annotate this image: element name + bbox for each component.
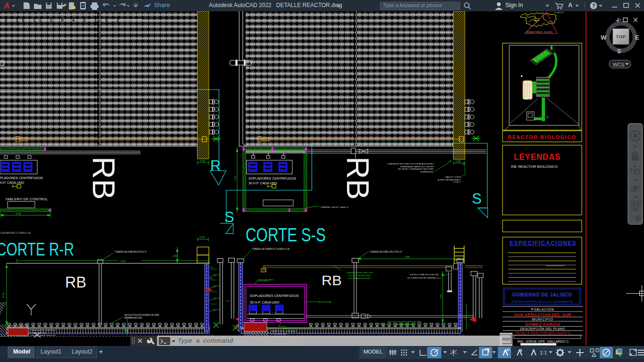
svg-text:LODOS 6" ACERO A-36: LODOS 6" ACERO A-36 (348, 274, 371, 277)
svg-text:PLADORES CENTRIFUGOS: PLADORES CENTRIFUGOS (0, 176, 43, 180)
svg-text:0.35: 0.35 (455, 160, 461, 163)
svg-text:4.40: 4.40 (16, 212, 21, 215)
svg-text:RB: RB (86, 156, 121, 200)
svg-text:0.05: 0.05 (200, 159, 205, 162)
svg-text:TABLERO DE CONTROL: TABLERO DE CONTROL (5, 197, 48, 201)
svg-text:DETALLE REACTOR BIOLOGICO 2: DETALLE REACTOR BIOLOGICO 2 (515, 331, 570, 335)
svg-text:LOSA BRONZO 1T NERO A-36: LOSA BRONZO 1T NERO A-36 (0, 232, 31, 234)
svg-text:A: A (3, 1, 9, 10)
svg-text:RB: RB (322, 273, 342, 288)
svg-text:JUNTA CONSTR. PROP. B/T: JUNTA CONSTR. PROP. B/T (30, 334, 56, 337)
svg-text:V@0.20: V@0.20 (213, 297, 220, 299)
svg-text:MEMBRANA FINA: MEMBRANA FINA (124, 317, 142, 319)
svg-text:VENTILADORES: VENTILADORES (257, 279, 273, 281)
svg-text:PLANTILLA DE CONCRETO: PLANTILLA DE CONCRETO (30, 329, 56, 331)
svg-text:0.25: 0.25 (199, 236, 205, 239)
svg-text:4.40: 4.40 (2, 293, 5, 298)
svg-text:MUNICIPIO: MUNICIPIO (532, 318, 553, 321)
svg-text:ING. JORGE GPE. GALLARDO C.: ING. JORGE GPE. GALLARDO C. (517, 339, 570, 344)
svg-text:E@0.15: E@0.15 (213, 285, 220, 287)
svg-text:TOP: TOP (616, 34, 626, 39)
svg-text:1.00: 1.00 (464, 315, 466, 320)
svg-text:RB: RB (340, 156, 375, 200)
svg-text:SUMERGIBLE: SUMERGIBLE (420, 171, 434, 173)
svg-text:0.80: 0.80 (209, 278, 213, 280)
svg-text:1.65: 1.65 (173, 255, 177, 257)
svg-text:TUBERIA CONDUIT CAJA 1.5": TUBERIA CONDUIT CAJA 1.5" (320, 206, 349, 208)
svg-text:LEYENDAS: LEYENDAS (514, 152, 561, 162)
svg-text:CORTE S-S: CORTE S-S (246, 224, 326, 245)
svg-text:EL GRULLO: EL GRULLO (554, 12, 564, 14)
svg-text:SAN SEBASTIAN DEL SUR: SAN SEBASTIAN DEL SUR (514, 313, 571, 317)
svg-text:F'C=100 KG/CM2: F'C=100 KG/CM2 (271, 333, 287, 335)
svg-text:5 10 11 2 0 4 0 1 0 2: 5 10 11 2 0 4 0 1 0 2 (5, 18, 123, 23)
svg-text:CIMENTACION: CIMENTACION (281, 327, 295, 329)
svg-text:TUBERIA DE HIERRO 6" ACERO A-3: TUBERIA DE HIERRO 6" ACERO A-36 (252, 248, 289, 250)
svg-text:TUBERIA DE AIRE BAJA-PVC 6": TUBERIA DE AIRE BAJA-PVC 6" (115, 251, 147, 253)
svg-text:MAPA: MAPA (535, 20, 539, 22)
svg-text:E@0.15: E@0.15 (213, 308, 220, 311)
svg-text:POBLACIÓN: POBLACIÓN (531, 307, 554, 311)
svg-text:1.20: 1.20 (209, 289, 213, 291)
svg-text:WCS: WCS (613, 62, 625, 67)
svg-text:REACTOR BIOLOGICO: REACTOR BIOLOGICO (508, 134, 576, 140)
svg-text:S: S (472, 190, 482, 207)
svg-text:EM DUCTOS DIFUSORES DE AIRE: EM DUCTOS DIFUSORES DE AIRE (124, 314, 159, 316)
svg-text:TUBERIA DE AIRE CRUY-PVC 6": TUBERIA DE AIRE CRUY-PVC 6" (370, 251, 403, 253)
svg-text:DESCRIPCIÓN DEL PLANO: DESCRIPCIÓN DEL PLANO (520, 327, 565, 330)
svg-text:S: S (617, 48, 621, 55)
svg-text:1.20: 1.20 (209, 267, 213, 269)
svg-text:E: E (635, 34, 639, 41)
svg-text:4.40: 4.40 (234, 176, 237, 181)
svg-text:7.00: 7.00 (120, 260, 125, 263)
svg-text:0.60: 0.60 (226, 300, 229, 302)
svg-text:RB: RB (65, 273, 86, 291)
svg-text:PLANTILLA DE CONCRETO: PLANTILLA DE CONCRETO (271, 330, 297, 332)
svg-text:SOPORTADA EN MURO: SOPORTADA EN MURO (348, 277, 371, 280)
svg-text:Y PTR 2": Y PTR 2" (453, 181, 462, 183)
svg-text:CORTE R-R: CORTE R-R (0, 239, 74, 259)
svg-text:GOBIERNO DE JALISCO: GOBIERNO DE JALISCO (512, 292, 572, 297)
svg-text:TUBERIA DE RETORNO SOPORTADA E: TUBERIA DE RETORNO SOPORTADA EN MURO (387, 163, 434, 165)
svg-text:30 H.P. CADA UNO: 30 H.P. CADA UNO (248, 181, 278, 185)
svg-text:H.P. CADA UNO: H.P. CADA UNO (0, 181, 25, 184)
svg-text:GOMEZ FARIAS, JALISCO: GOMEZ FARIAS, JALISCO (526, 31, 553, 33)
svg-text:TUBERIA DE RETORNO DE: TUBERIA DE RETORNO DE (346, 272, 373, 274)
svg-text:SOPLADORES CENTRIFUGOS: SOPLADORES CENTRIFUGOS (250, 294, 299, 298)
svg-text:(COMISION ESTATAL DE AGUA Y SA: (COMISION ESTATAL DE AGUA Y SANEAMIENTO) (512, 300, 573, 303)
svg-text:GOMEZ FARIAS: GOMEZ FARIAS (525, 322, 561, 327)
svg-text:F'C=100 KG/CM2: F'C=100 KG/CM2 (30, 332, 46, 334)
svg-text:W: W (601, 34, 607, 41)
svg-text:1:1: 1:1 (540, 350, 547, 355)
svg-text:?: ? (592, 3, 595, 8)
svg-text:DEBERA ANCLARSE DE 4" A EJES: DEBERA ANCLARSE DE 4" A EJES (400, 165, 434, 168)
svg-text:R: R (210, 157, 221, 174)
svg-text:MACIZO TOPES: MACIZO TOPES (446, 176, 461, 178)
svg-text:ACERO RESPALDEADO: ACERO RESPALDEADO (438, 179, 462, 181)
svg-text:ESPECIFICACIONES: ESPECIFICACIONES (510, 240, 577, 247)
svg-text:SIN DUCTOS DIFUSORES DE AIRE: SIN DUCTOS DIFUSORES DE AIRE (388, 321, 421, 323)
svg-text:SOPLADORES CENTRIFUGOS: SOPLADORES CENTRIFUGOS (248, 177, 296, 180)
svg-text:3.00: 3.00 (439, 294, 442, 299)
svg-text:ESTRUCTURA DE SUJECIÓN: ESTRUCTURA DE SUJECIÓN (410, 273, 439, 276)
svg-text:DEL MURO TUBERIA A ROTACIONES: DEL MURO TUBERIA A ROTACIONES (397, 168, 434, 170)
svg-text:RB: REACTOR BIOLOGICO: RB: REACTOR BIOLOGICO (511, 165, 558, 169)
svg-text:MEMBRANA FINA: MEMBRANA FINA (396, 323, 413, 326)
svg-text:DE TURBULENCIA TUBERIA 4" p.u.: DE TURBULENCIA TUBERIA 4" p.u. (407, 277, 441, 279)
svg-text:7.88: 7.88 (405, 255, 410, 258)
svg-text:V@0.20: V@0.20 (213, 273, 220, 276)
svg-text:ANCLA 750VA: ANCLA 750VA (318, 301, 331, 303)
svg-text:30 H.P. CADA UNO: 30 H.P. CADA UNO (250, 300, 280, 304)
svg-text:S: S (224, 209, 234, 225)
svg-text:1.15: 1.15 (124, 329, 128, 331)
